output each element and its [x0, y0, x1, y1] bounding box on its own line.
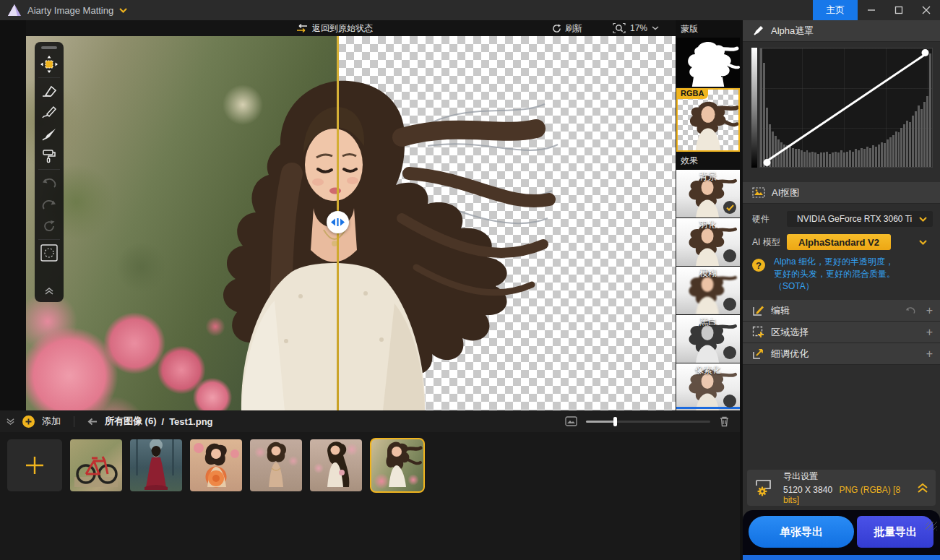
- model-label: AI 模型: [752, 236, 787, 249]
- minimize-icon: [867, 6, 876, 14]
- effect-thumbnail-background[interactable]: 背景: [676, 170, 740, 217]
- eraser-tool-button[interactable]: [38, 80, 61, 102]
- effect-thumbnail-blur[interactable]: 模糊: [676, 267, 740, 314]
- add-label[interactable]: 添加: [42, 415, 61, 428]
- thumbnail-sheer-dress[interactable]: [250, 439, 302, 491]
- effect-status-unchecked[interactable]: [723, 346, 736, 359]
- zoom-control[interactable]: 17%: [613, 22, 659, 34]
- reset-history-button[interactable]: [38, 215, 61, 237]
- effects-label: 效果: [676, 152, 740, 169]
- edit-section-header[interactable]: 编辑 +: [743, 300, 940, 322]
- subject-portrait: [26, 36, 676, 410]
- maximize-icon: [894, 6, 903, 14]
- canvas-toolbar: 返回到原始状态 刷新 17%: [26, 20, 676, 36]
- palette-divider: [38, 77, 60, 78]
- effect-status-unchecked[interactable]: [723, 298, 736, 311]
- selected-girl-graphic: [371, 439, 423, 491]
- refresh-button[interactable]: 刷新: [552, 22, 582, 35]
- close-button[interactable]: [913, 0, 940, 20]
- palette-collapse-button[interactable]: [38, 280, 61, 302]
- home-button[interactable]: 主页: [813, 0, 858, 20]
- effect-status-unchecked[interactable]: [723, 395, 736, 408]
- compare-slider-handle[interactable]: [327, 211, 349, 233]
- hardware-dropdown[interactable]: NVIDIA GeForce RTX 3060 Ti: [787, 211, 933, 227]
- filmstrip: [0, 432, 740, 560]
- thumbnail-bike[interactable]: [70, 439, 122, 491]
- alpha-histogram[interactable]: [751, 48, 933, 175]
- zoom-chevron-icon[interactable]: [652, 26, 659, 30]
- hardware-row: 硬件 NVIDIA GeForce RTX 3060 Ti: [752, 211, 933, 227]
- collapse-strip-icon[interactable]: [6, 418, 15, 426]
- mask-thumbnail[interactable]: [676, 38, 740, 87]
- compare-arrows-icon: [296, 24, 308, 33]
- slider-handle[interactable]: [613, 417, 617, 426]
- undo-button[interactable]: [38, 172, 61, 194]
- image-canvas[interactable]: [26, 36, 676, 410]
- effect-thumbnail-feather[interactable]: 羽化: [676, 218, 740, 266]
- export-texts: 导出设置 5120 X 3840 PNG (RGBA) [8 bits]: [783, 470, 908, 505]
- effect-label: 羽化: [676, 219, 740, 231]
- hint-line-1: Alpha 细化，更好的半透明度，: [774, 256, 933, 268]
- curve-endpoints[interactable]: [760, 48, 932, 167]
- export-collapse-icon[interactable]: [917, 483, 928, 493]
- resize-grip[interactable]: [926, 522, 937, 530]
- filmstrip-add-tile[interactable]: [7, 439, 62, 491]
- effect-status-checked[interactable]: [723, 201, 736, 214]
- breadcrumb-current-file: Test1.png: [169, 416, 212, 427]
- brush-icon: [41, 127, 57, 142]
- rgba-thumbnail-selected[interactable]: RGBA: [676, 88, 740, 152]
- help-icon[interactable]: ?: [752, 259, 765, 272]
- add-image-button[interactable]: [22, 415, 35, 428]
- redo-icon: [41, 199, 57, 210]
- breadcrumb-all-images[interactable]: 所有图像 (6): [105, 415, 157, 428]
- region-section-header[interactable]: 区域选择 +: [743, 322, 940, 343]
- marquee-select-icon: [40, 244, 59, 262]
- export-settings-icon: [754, 478, 775, 497]
- effect-thumbnail-bw[interactable]: 黑白: [676, 315, 740, 363]
- effect-status-unchecked[interactable]: [723, 249, 736, 262]
- app-menu-chevron-icon[interactable]: [119, 8, 127, 13]
- redo-button[interactable]: [38, 194, 61, 215]
- model-row: AI 模型 AlphaStandard V2: [752, 234, 933, 250]
- back-arrow-icon[interactable]: [87, 418, 98, 426]
- ai-matting-section-header[interactable]: AI抠图: [743, 182, 940, 204]
- maximize-button[interactable]: [885, 0, 913, 20]
- export-title: 导出设置: [783, 470, 908, 483]
- delete-trash-icon[interactable]: [719, 415, 730, 427]
- history-reset-icon: [42, 219, 56, 233]
- title-bar: Aiarty Image Matting 主页: [0, 0, 940, 20]
- refine-section-header[interactable]: 细调优化 +: [743, 343, 940, 365]
- thumbnail-white-dress[interactable]: [310, 439, 362, 491]
- reset-to-original-button[interactable]: 返回到原始状态: [296, 22, 373, 35]
- thumbnail-test1-selected[interactable]: [370, 438, 425, 493]
- pen-tool-button[interactable]: [38, 102, 61, 124]
- brush-tool-button[interactable]: [38, 124, 61, 145]
- effect-thumbnail-pixelate[interactable]: 像素化: [676, 363, 740, 411]
- thumbnail-red-dress[interactable]: [130, 439, 182, 491]
- refine-expand-button[interactable]: +: [926, 348, 933, 360]
- edit-expand-button[interactable]: +: [926, 305, 933, 316]
- effect-label: 模糊: [676, 267, 740, 280]
- hint-line-2: 更好的头发，更好的混合质量。 （SOTA）: [774, 268, 933, 293]
- sota-link[interactable]: （SOTA）: [774, 281, 814, 291]
- close-icon: [922, 6, 931, 14]
- export-settings-box[interactable]: 导出设置 5120 X 3840 PNG (RGBA) [8 bits]: [747, 470, 936, 506]
- thumbnail-size-slider[interactable]: [586, 416, 710, 426]
- palette-drag-handle[interactable]: [41, 46, 57, 49]
- model-value-pill[interactable]: AlphaStandard V2: [787, 234, 891, 250]
- thumbnail-orange-flowers[interactable]: [190, 439, 242, 491]
- move-tool-button[interactable]: [38, 53, 61, 75]
- hint-line-2-text: 更好的头发，更好的混合质量。: [774, 269, 895, 279]
- app-window: Aiarty Image Matting 主页 返回到原始状态: [0, 0, 940, 560]
- panel-bottom-accent: [743, 555, 940, 560]
- alpha-mask-section-header[interactable]: Alpha遮罩: [743, 20, 940, 42]
- roller-tool-button[interactable]: [38, 145, 61, 167]
- breadcrumb: 所有图像 (6) / Test1.png: [105, 415, 213, 428]
- region-expand-button[interactable]: +: [926, 327, 933, 338]
- model-dropdown[interactable]: AlphaStandard V2: [787, 234, 933, 250]
- marquee-select-button[interactable]: [38, 242, 61, 264]
- minimize-button[interactable]: [858, 0, 885, 20]
- export-single-button[interactable]: 单张导出: [749, 516, 854, 548]
- edit-undo-icon[interactable]: [905, 306, 916, 314]
- export-batch-button[interactable]: 批量导出: [857, 516, 933, 548]
